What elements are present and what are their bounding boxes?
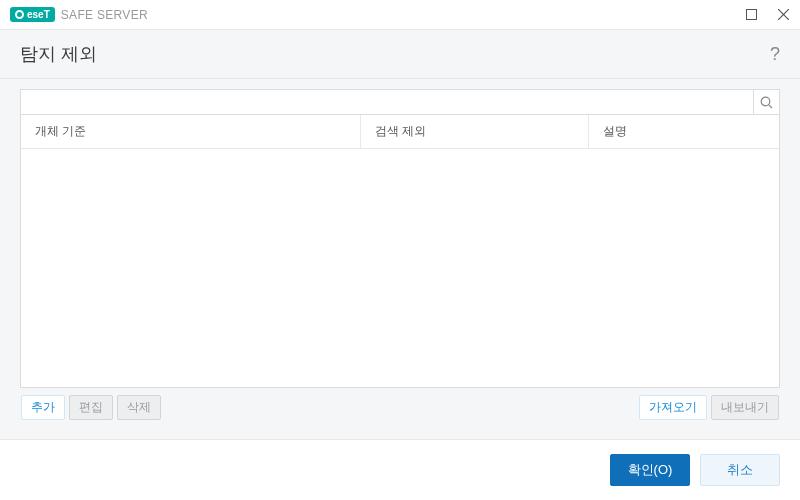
column-header-description[interactable]: 설명 [589, 115, 779, 148]
delete-button[interactable]: 삭제 [117, 395, 161, 420]
close-button[interactable] [774, 6, 792, 24]
page-header: 탐지 제외 ? [0, 30, 800, 79]
content-area: 개체 기준 검색 제외 설명 추가 편집 삭제 가져오기 내보내기 [0, 79, 800, 439]
svg-rect-0 [746, 10, 756, 20]
exclusions-table: 개체 기준 검색 제외 설명 [20, 115, 780, 388]
maximize-button[interactable] [742, 6, 760, 24]
table-toolbar: 추가 편집 삭제 가져오기 내보내기 [20, 388, 780, 427]
cancel-button[interactable]: 취소 [700, 454, 780, 486]
search-icon [760, 96, 773, 109]
search-button[interactable] [754, 89, 780, 115]
window-controls [742, 6, 792, 24]
table-body[interactable] [21, 149, 779, 387]
search-row [20, 89, 780, 115]
column-header-scan-exclusion[interactable]: 검색 제외 [361, 115, 589, 148]
add-button[interactable]: 추가 [21, 395, 65, 420]
ok-button[interactable]: 확인(O) [610, 454, 690, 486]
help-icon[interactable]: ? [770, 44, 780, 65]
edit-button[interactable]: 편집 [69, 395, 113, 420]
svg-line-4 [769, 104, 772, 107]
product-name: SAFE SERVER [61, 8, 148, 22]
title-bar: eseT SAFE SERVER [0, 0, 800, 30]
column-header-object[interactable]: 개체 기준 [21, 115, 361, 148]
logo: eseT SAFE SERVER [10, 7, 148, 22]
dialog-footer: 확인(O) 취소 [0, 439, 800, 500]
export-button[interactable]: 내보내기 [711, 395, 779, 420]
brand-circle-icon [15, 10, 24, 19]
page-title: 탐지 제외 [20, 42, 97, 66]
table-header: 개체 기준 검색 제외 설명 [21, 115, 779, 149]
brand-badge: eseT [10, 7, 55, 22]
svg-point-3 [761, 97, 770, 106]
import-button[interactable]: 가져오기 [639, 395, 707, 420]
brand-text: eseT [27, 9, 50, 20]
search-input[interactable] [20, 89, 754, 115]
